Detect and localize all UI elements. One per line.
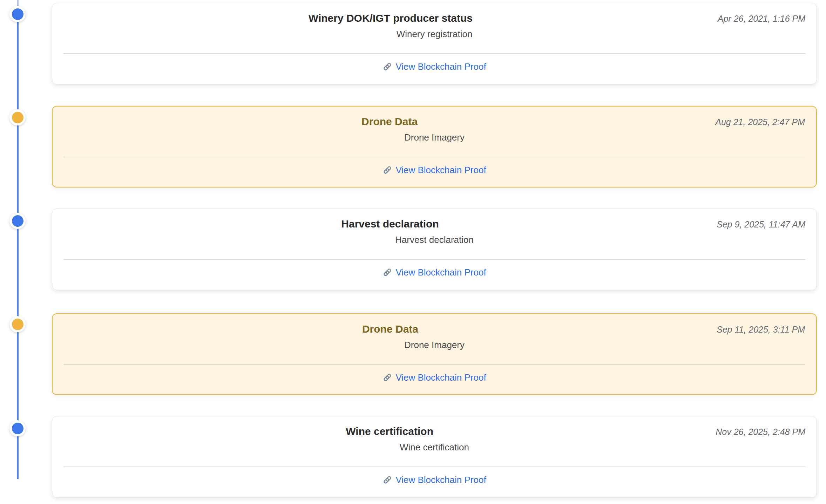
view-blockchain-proof-link[interactable]: View Blockchain Proof: [382, 266, 486, 279]
timeline-card-highlighted: Drone Data Sep 11, 2025, 3:11 PM Drone I…: [52, 313, 817, 395]
view-blockchain-proof-link[interactable]: View Blockchain Proof: [382, 474, 486, 486]
link-label: View Blockchain Proof: [395, 266, 486, 279]
card-divider: [64, 364, 805, 365]
chain-link-icon: [382, 475, 392, 485]
card-header: Wine certification Nov 26, 2025, 2:48 PM: [63, 425, 805, 438]
chain-link-icon: [382, 62, 392, 71]
card-title: Drone Data: [362, 323, 418, 335]
card-subtitle: Harvest declaration: [63, 234, 805, 246]
view-blockchain-proof-link[interactable]: View Blockchain Proof: [382, 60, 486, 73]
card-timestamp: Sep 11, 2025, 3:11 PM: [717, 323, 805, 336]
link-label: View Blockchain Proof: [395, 474, 486, 486]
card-header: Drone Data Aug 21, 2025, 2:47 PM: [64, 115, 805, 129]
link-row: View Blockchain Proof: [63, 266, 805, 279]
link-row: View Blockchain Proof: [64, 164, 805, 176]
link-row: View Blockchain Proof: [64, 371, 805, 384]
card-subtitle: Winery registration: [63, 28, 805, 40]
view-blockchain-proof-link[interactable]: View Blockchain Proof: [382, 164, 486, 176]
timeline-dot-certification: [9, 420, 26, 436]
card-subtitle: Wine certification: [63, 441, 805, 453]
timeline-dot-registration: [9, 6, 26, 22]
link-row: View Blockchain Proof: [63, 474, 805, 486]
card-header: Harvest declaration Sep 9, 2025, 11:47 A…: [63, 217, 805, 231]
chain-link-icon: [382, 373, 392, 382]
card-timestamp: Aug 21, 2025, 2:47 PM: [715, 115, 805, 129]
timeline-dot-harvest: [9, 213, 26, 229]
card-timestamp: Sep 9, 2025, 11:47 AM: [717, 218, 805, 231]
link-label: View Blockchain Proof: [395, 164, 486, 176]
card-divider: [63, 53, 805, 54]
card-timestamp: Apr 26, 2021, 1:16 PM: [718, 12, 805, 25]
timeline-card: Wine certification Nov 26, 2025, 2:48 PM…: [52, 416, 817, 498]
card-title: Wine certification: [346, 425, 433, 437]
timeline-card: Winery DOK/IGT producer status Apr 26, 2…: [52, 3, 817, 84]
card-header: Winery DOK/IGT producer status Apr 26, 2…: [63, 12, 805, 25]
blockchain-event-timeline: Winery DOK/IGT producer status Apr 26, 2…: [0, 0, 826, 504]
card-title: Harvest declaration: [341, 218, 439, 230]
card-divider: [63, 259, 805, 260]
chain-link-icon: [382, 165, 392, 175]
card-divider: [64, 157, 805, 157]
timeline-dot-drone-2: [9, 316, 26, 332]
card-title: Winery DOK/IGT producer status: [309, 12, 473, 24]
card-subtitle: Drone Imagery: [64, 131, 805, 143]
link-row: View Blockchain Proof: [63, 60, 805, 73]
card-timestamp: Nov 26, 2025, 2:48 PM: [716, 425, 805, 438]
timeline-dot-drone-1: [9, 109, 26, 125]
card-title: Drone Data: [361, 116, 418, 127]
timeline-line-faded-top: [17, 0, 19, 6]
card-subtitle: Drone Imagery: [64, 339, 805, 351]
timeline-line: [17, 0, 19, 479]
chain-link-icon: [382, 267, 392, 277]
card-divider: [63, 466, 805, 467]
link-label: View Blockchain Proof: [395, 371, 486, 384]
view-blockchain-proof-link[interactable]: View Blockchain Proof: [382, 371, 486, 384]
timeline-card: Harvest declaration Sep 9, 2025, 11:47 A…: [52, 209, 817, 290]
timeline-card-highlighted: Drone Data Aug 21, 2025, 2:47 PM Drone I…: [52, 106, 817, 188]
link-label: View Blockchain Proof: [395, 60, 486, 73]
card-header: Drone Data Sep 11, 2025, 3:11 PM: [64, 322, 805, 336]
